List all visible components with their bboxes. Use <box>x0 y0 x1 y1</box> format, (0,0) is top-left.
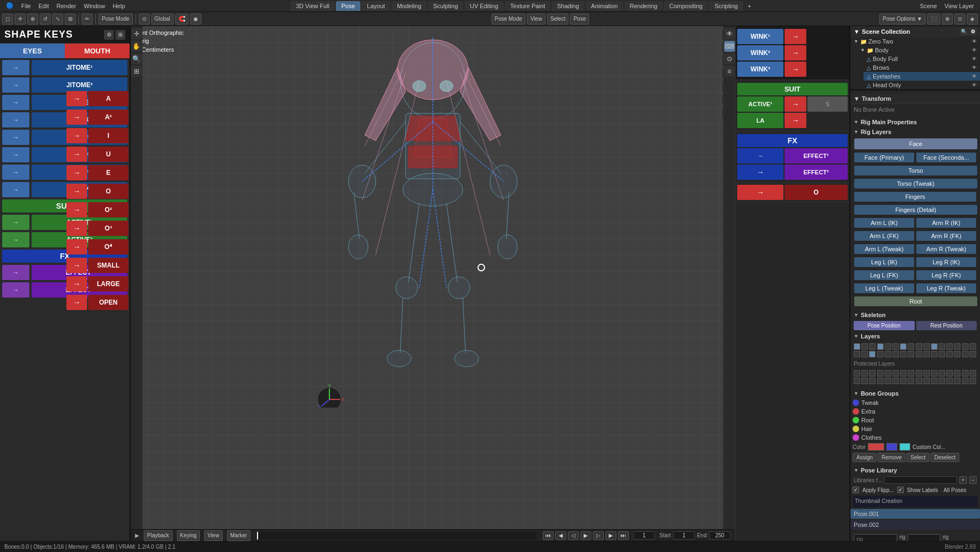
select-menu[interactable]: Select <box>547 14 569 25</box>
tab-animation[interactable]: Animation <box>586 1 623 11</box>
layer-26[interactable] <box>931 351 938 357</box>
sk-tab-eyes[interactable]: EYES <box>0 44 65 58</box>
libraries-field[interactable] <box>884 476 957 484</box>
cursor-icon[interactable]: ✛ <box>131 28 142 39</box>
sk-blink-arrow[interactable]: → <box>2 112 29 128</box>
pose-mode-btn[interactable]: Pose Mode <box>492 14 526 25</box>
blender-icon[interactable]: 🔵 <box>3 1 17 10</box>
player-18[interactable] <box>869 378 875 384</box>
layer-7[interactable] <box>908 343 914 350</box>
right-active2-arrow[interactable]: → <box>785 113 806 128</box>
tree-zero-two[interactable]: ▼ 📁 Zero Two 👁 <box>850 37 980 46</box>
menu-help[interactable]: Help <box>109 2 128 10</box>
layer-22[interactable] <box>900 351 906 357</box>
layer-11[interactable] <box>939 343 945 350</box>
mouth-arrow-5[interactable]: → <box>66 184 87 199</box>
sk-wink1-arrow[interactable]: → <box>2 130 29 145</box>
mode-select[interactable]: Pose Mode <box>99 14 133 25</box>
add-workspace-btn[interactable]: + <box>744 2 754 10</box>
fingers-detail-btn[interactable]: Fingers (Detail) <box>854 205 977 215</box>
tree-eye-body[interactable]: 👁 <box>972 47 977 53</box>
bone-groups-header[interactable]: Bone Groups <box>850 389 980 398</box>
player-1[interactable] <box>861 370 868 377</box>
color-swatch-1[interactable] <box>868 443 884 451</box>
right-effect2-arrow-l[interactable]: → <box>737 165 783 180</box>
pivot-point[interactable]: ⊙ <box>139 14 150 25</box>
view-layer-name[interactable]: View Layer <box>941 2 977 10</box>
torso-tweak-btn[interactable]: Torso (Tweak) <box>854 179 977 189</box>
player-0[interactable] <box>854 370 860 377</box>
mouth-arrow-8[interactable]: → <box>66 239 87 254</box>
tree-eye-eyelashes[interactable]: 👁 <box>972 74 977 79</box>
right-o4-label[interactable]: O <box>785 185 848 200</box>
player-23[interactable] <box>908 378 914 384</box>
viewport-shading[interactable]: ⬛ <box>927 14 940 25</box>
sk-effect2-arrow[interactable]: → <box>2 282 29 298</box>
overlay-options[interactable]: Pose Options ▼ <box>879 14 926 25</box>
fingers-btn[interactable]: Fingers <box>854 192 976 202</box>
player-21[interactable] <box>892 378 899 384</box>
view-icon[interactable]: 👁 <box>724 28 735 39</box>
sk-grid-btn[interactable]: ⊞ <box>115 30 125 40</box>
lib-remove-btn[interactable]: − <box>969 476 977 484</box>
arm-r-fk-btn[interactable]: Arm R (FK) <box>916 231 976 241</box>
mouth-label-3[interactable]: U <box>88 147 128 162</box>
layer-16[interactable] <box>854 351 860 357</box>
layer-9[interactable] <box>923 343 930 350</box>
root-btn[interactable]: Root <box>854 296 977 306</box>
view-menu-timeline[interactable]: View <box>204 530 223 541</box>
tab-uv-editing[interactable]: UV Editing <box>464 1 504 11</box>
player-5[interactable] <box>892 370 899 377</box>
tree-head-only[interactable]: △ Head Only 👁 <box>863 81 980 89</box>
toolbar-move[interactable]: ⊕ <box>27 14 38 25</box>
player-3[interactable] <box>877 370 884 377</box>
lib-add-btn[interactable]: + <box>959 476 967 484</box>
right-o4-arrow[interactable]: → <box>737 185 783 200</box>
toolbar-cursor[interactable]: ✛ <box>15 14 26 25</box>
tab-layout[interactable]: Layout <box>362 1 390 11</box>
face-secondary-btn[interactable]: Face (Seconda... <box>916 153 976 162</box>
player-7[interactable] <box>908 370 914 377</box>
show-labels-checkbox[interactable] <box>897 487 904 493</box>
layer-13[interactable] <box>954 343 960 350</box>
player-10[interactable] <box>931 370 938 377</box>
layer-6[interactable] <box>900 343 906 350</box>
player-30[interactable] <box>962 378 969 384</box>
pose-menu[interactable]: Pose <box>570 14 589 25</box>
viewport[interactable]: Front Orthographic (1) rig 10 Centimeter… <box>131 26 735 529</box>
layer-19[interactable] <box>877 351 884 357</box>
overlay-toggle[interactable]: ⊙ <box>954 14 965 25</box>
mouth-label-5[interactable]: O <box>88 184 128 199</box>
right-effect2-label[interactable]: EFFECT² <box>785 165 848 180</box>
rig-layers-header[interactable]: Rig Layers <box>850 127 980 137</box>
pose-002[interactable]: Pose.002 <box>850 520 980 530</box>
remove-btn[interactable]: Remove <box>878 453 905 462</box>
play-btn[interactable]: ▶ <box>580 531 591 540</box>
menu-render[interactable]: Render <box>53 2 79 10</box>
right-wink2-label[interactable]: WINK² <box>737 45 783 60</box>
mouth-arrow-0[interactable]: → <box>66 91 87 106</box>
mouth-arrow-1[interactable]: → <box>66 110 87 125</box>
proportional-edit[interactable]: ◉ <box>190 14 201 25</box>
mouth-arrow-7[interactable]: → <box>66 221 87 236</box>
layer-24[interactable] <box>916 351 922 357</box>
sk-jitome1-arrow[interactable]: → <box>2 60 29 75</box>
tab-scripting[interactable]: Scripting <box>709 1 743 11</box>
sk-wink2-arrow[interactable]: → <box>2 147 29 162</box>
playback-menu[interactable]: Playback <box>144 530 173 541</box>
player-25[interactable] <box>923 378 930 384</box>
hand-icon[interactable]: ✋ <box>131 41 142 52</box>
face-btn[interactable]: Face <box>854 138 977 149</box>
leg-l-tweak-btn[interactable]: Leg L (Tweak) <box>854 283 914 293</box>
color-value[interactable]: Custom Col... <box>912 444 946 450</box>
mouth-label-6[interactable]: O² <box>88 202 128 217</box>
leg-r-fk-btn[interactable]: Leg R (FK) <box>916 270 976 280</box>
right-active1-arrow[interactable]: → <box>785 96 806 112</box>
player-19[interactable] <box>877 378 884 384</box>
tab-pose[interactable]: Pose <box>336 1 360 11</box>
toolbar-select-box[interactable]: ◻ <box>2 14 13 25</box>
pose-001[interactable]: Pose.001 <box>850 509 980 519</box>
mouth-label-11[interactable]: OPEN <box>88 295 128 310</box>
arm-r-ik-btn[interactable]: Arm R (IK) <box>916 218 976 228</box>
sk-smile-arrow[interactable]: → <box>2 95 29 110</box>
